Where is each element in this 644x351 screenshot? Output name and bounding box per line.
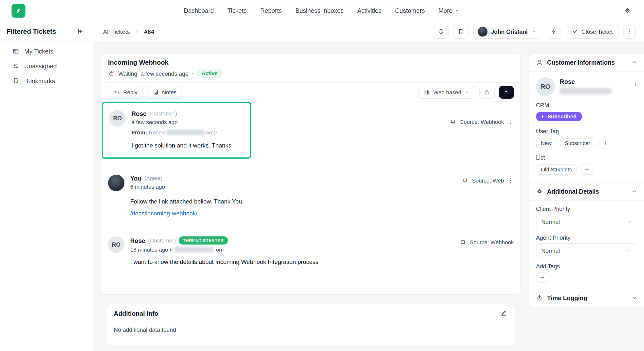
customer-menu-button[interactable] [632, 81, 638, 87]
ticket-meta: Waiting: a few seconds ago Active [108, 69, 514, 78]
kebab-menu-icon [626, 28, 633, 35]
breadcrumb: All Tickets #84 [103, 28, 154, 35]
message-source-label: Source: Webhook [460, 119, 504, 125]
sidebar-item-bookmarks[interactable]: Bookmarks [12, 77, 93, 84]
message-source: Source: Webhook [460, 239, 514, 245]
section-additional-details[interactable]: Additional Details [530, 183, 644, 200]
collapse-section-button[interactable] [631, 188, 637, 194]
pencil-icon [500, 309, 507, 316]
chevron-down-icon [464, 89, 470, 95]
bookmark-ticket-button[interactable] [453, 25, 469, 39]
add-user-tag-button[interactable] [598, 138, 612, 148]
nav-business-inboxes[interactable]: Business Inboxes [296, 7, 344, 14]
building-icon [424, 89, 430, 96]
refresh-icon [437, 28, 444, 35]
collapse-left-icon [77, 28, 84, 35]
sidebar-title: Filtered Tickets [7, 28, 56, 36]
highlighted-message-box: RO Rose (Customer) a few seconds ago [102, 102, 251, 159]
right-sidebar: Customer Informations RO Rose [529, 53, 644, 351]
ai-assistant-button[interactable] [499, 86, 514, 98]
customer-avatar: RO [536, 77, 555, 96]
reply-toolbar: Reply Notes [102, 83, 520, 102]
settings-gear-button[interactable] [624, 7, 632, 15]
nav-dashboard[interactable]: Dashboard [184, 7, 214, 14]
sidebar-collapse-button[interactable] [77, 28, 84, 35]
message-author: You [130, 175, 141, 182]
sidebar-item-label: Bookmarks [24, 77, 55, 84]
sidebar-item-my-tickets[interactable]: My Tickets [12, 48, 93, 55]
private-lock-button[interactable] [479, 86, 495, 98]
fluent-support-logo[interactable] [12, 4, 26, 18]
assignee-dropdown[interactable]: John Cristani [473, 25, 541, 39]
add-list-button[interactable] [580, 164, 594, 175]
additional-info-empty-text: No additional data found [114, 326, 508, 333]
chevron-down-icon [531, 29, 536, 34]
ticket-body: Incoming Webhook Waiting: a few seconds … [93, 42, 644, 351]
reply-arrow-icon [113, 89, 120, 96]
user-x-icon [12, 62, 19, 69]
avatar [108, 175, 124, 191]
client-priority-select[interactable]: Normal [536, 215, 638, 229]
message-menu-button[interactable] [508, 177, 514, 184]
lock-icon [484, 89, 490, 96]
message-link[interactable]: /docs/incoming-webhook/ [130, 210, 198, 217]
avatar: RO [109, 110, 126, 127]
add-ticket-tag-button[interactable] [536, 272, 548, 283]
timer-icon [108, 70, 114, 77]
agent-priority-select[interactable]: Normal [536, 243, 638, 258]
user-tag[interactable]: New [536, 138, 556, 148]
additional-info-card: Additional Info No additional data found [107, 304, 515, 345]
chevron-up-icon [631, 188, 637, 194]
chevron-up-icon [631, 59, 637, 65]
nav-tickets[interactable]: Tickets [228, 7, 247, 14]
notes-button[interactable]: Notes [147, 86, 182, 98]
list-label: List [536, 154, 638, 161]
note-edit-icon [152, 89, 159, 96]
ticket-more-menu-button[interactable] [624, 25, 636, 39]
user-tag-label: User Tag [536, 128, 638, 134]
edit-additional-info-button[interactable] [500, 309, 507, 316]
sidebar-items: My Tickets Unassigned Bookmarks [0, 42, 93, 84]
plus-icon [584, 167, 590, 172]
message-source: Source: Web [462, 177, 514, 184]
status-badge: Active [197, 69, 222, 78]
breadcrumb-all-tickets[interactable]: All Tickets [103, 28, 130, 35]
section-customer-informations[interactable]: Customer Informations [530, 54, 644, 71]
section-time-logging[interactable]: Time Logging [530, 289, 644, 307]
close-ticket-button[interactable]: Close Ticket [566, 25, 619, 39]
chevron-down-icon [454, 8, 460, 13]
main-nav: Dashboard Tickets Reports Business Inbox… [184, 7, 460, 14]
sparkles-icon [503, 89, 510, 96]
quick-actions-button[interactable] [546, 25, 561, 39]
section-title: Additional Details [547, 188, 599, 195]
chevron-down-icon [626, 248, 632, 254]
assignee-avatar [478, 26, 488, 36]
ticket-title-block: Incoming Webhook Waiting: a few seconds … [102, 54, 520, 83]
list-tag[interactable]: Old Students [536, 164, 577, 175]
message-menu-button[interactable] [508, 119, 514, 125]
nav-reports[interactable]: Reports [260, 7, 282, 14]
reply-button[interactable]: Reply [108, 86, 143, 98]
breadcrumb-ticket-id: #84 [144, 28, 154, 35]
assignee-name: John Cristani [491, 28, 528, 35]
nav-more[interactable]: More [438, 7, 460, 14]
sidebar-item-unassigned[interactable]: Unassigned [12, 62, 93, 69]
user-tag[interactable]: Subscriber [560, 138, 595, 148]
gear-icon [624, 7, 632, 15]
nav-activities[interactable]: Activities [357, 7, 382, 14]
channel-select[interactable]: Web based [418, 86, 475, 98]
collapse-section-button[interactable] [631, 59, 637, 65]
message-source-label: Source: Webhook [470, 239, 514, 245]
message-item: RO Rose (Customer) a few seconds ago [102, 102, 520, 159]
logo-mark-icon [14, 6, 23, 15]
laptop-icon [450, 118, 456, 125]
refresh-button[interactable] [433, 25, 448, 39]
app-window: Dashboard Tickets Reports Business Inbox… [0, 0, 644, 351]
section-title: Time Logging [547, 294, 587, 301]
content-area: All Tickets #84 John Cristani [93, 22, 644, 351]
nav-customers[interactable]: Customers [395, 7, 425, 14]
notes-label: Notes [162, 89, 176, 95]
message-source-label: Source: Web [472, 177, 504, 184]
expand-section-button[interactable] [631, 295, 637, 301]
avatar: RO [108, 236, 124, 253]
